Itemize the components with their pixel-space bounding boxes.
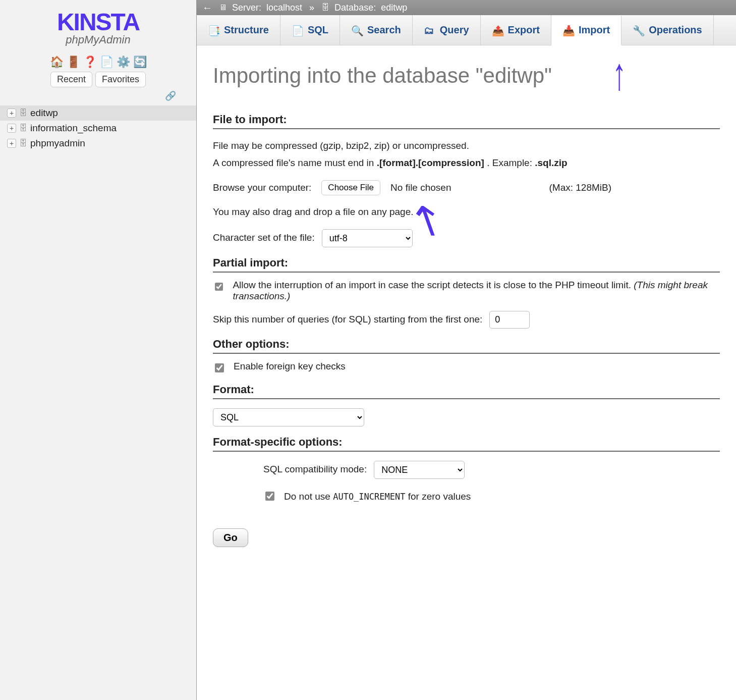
help-icon[interactable]: ❓ (83, 56, 97, 69)
server-value[interactable]: localhost (266, 3, 302, 13)
nav-tabs: Recent Favorites (0, 72, 196, 87)
compat-select[interactable]: NONE (374, 461, 465, 479)
tab-search[interactable]: 🔍 Search (340, 15, 413, 45)
tab-import[interactable]: 📥 Import (551, 16, 621, 45)
file-import-description: File may be compressed (gzip, bzip2, zip… (213, 138, 720, 171)
fk-row: Enable foreign key checks (213, 361, 720, 374)
tabs-bar: 📑 Structure 📄 SQL 🔍 Search 🗂 Query 📤 Exp… (197, 15, 736, 45)
doc-icon[interactable]: 📄 (100, 56, 114, 69)
text: . Example: (487, 157, 535, 168)
gear-icon[interactable]: ⚙️ (117, 56, 130, 69)
desc-line2: A compressed file's name must end in .[f… (213, 155, 720, 171)
server-label: Server: (232, 3, 261, 13)
allow-interrupt-checkbox[interactable] (215, 282, 223, 291)
desc-line1: File may be compressed (gzip, bzip2, zip… (213, 138, 720, 153)
favorites-button[interactable]: Favorites (95, 72, 146, 87)
tab-sql[interactable]: 📄 SQL (280, 15, 340, 45)
db-item-phpmyadmin[interactable]: + 🗄 phpmyadmin (0, 136, 196, 151)
fk-label: Enable foreign key checks (234, 361, 346, 372)
format-specific-block: SQL compatibility mode: NONE Do not use … (213, 461, 720, 504)
brand-subtitle: phpMyAdmin (0, 33, 196, 46)
expand-icon[interactable]: + (7, 124, 16, 133)
skip-input[interactable] (489, 311, 530, 329)
back-icon[interactable]: ← (201, 2, 214, 14)
format-pattern: .[format].[compression] (377, 157, 484, 168)
db-label: information_schema (30, 123, 117, 134)
import-icon: 📥 (562, 25, 574, 36)
charset-row: Character set of the file: utf-8 (213, 229, 720, 247)
tab-operations[interactable]: 🔧 Operations (621, 15, 714, 45)
breadcrumb: ← 🖥 Server: localhost » 🗄 Database: edit… (197, 0, 736, 15)
tab-structure[interactable]: 📑 Structure (197, 15, 280, 45)
auto-inc-row: Do not use AUTO_INCREMENT for zero value… (263, 489, 720, 504)
charset-select[interactable]: utf-8 (322, 229, 413, 247)
db-item-information-schema[interactable]: + 🗄 information_schema (0, 121, 196, 136)
content: ↑ ↖ ← Importing into the database "editw… (197, 45, 736, 567)
nav-icon-row: 🏠 🚪 ❓ 📄 ⚙️ 🔄 (0, 56, 196, 69)
browse-row: Browse your computer: Choose File No fil… (213, 180, 720, 195)
section-other-options: Other options: (213, 338, 720, 354)
max-size: (Max: 128MiB) (549, 180, 611, 195)
code-text: AUTO_INCREMENT (333, 492, 405, 502)
tab-label: Export (508, 24, 540, 36)
export-icon: 📤 (492, 25, 503, 36)
choose-file-button[interactable]: Choose File (321, 180, 380, 195)
section-file-to-import: File to import: (213, 113, 720, 129)
format-select[interactable]: SQL (213, 408, 364, 426)
breadcrumb-sep: » (309, 3, 314, 13)
tab-label: Operations (649, 24, 702, 36)
exit-icon[interactable]: 🚪 (67, 56, 80, 69)
section-format-specific: Format-specific options: (213, 436, 720, 452)
browse-label: Browse your computer: (213, 180, 311, 195)
allow-interrupt-label: Allow the interruption of an import in c… (233, 280, 720, 302)
query-icon: 🗂 (424, 25, 435, 36)
no-file-text: No file chosen (390, 180, 451, 195)
tab-label: SQL (308, 24, 328, 36)
reload-icon[interactable]: 🔄 (133, 56, 147, 69)
text: A compressed file's name must end in (213, 157, 377, 168)
db-label: Database: (334, 3, 376, 13)
text: Do not use (284, 491, 333, 502)
section-partial-import: Partial import: (213, 256, 720, 273)
page-title: Importing into the database "editwp" (213, 64, 720, 88)
text: for zero values (408, 491, 471, 502)
go-button[interactable]: Go (213, 528, 248, 547)
database-icon: 🗄 (19, 109, 27, 118)
db-value[interactable]: editwp (381, 3, 407, 13)
section-format: Format: (213, 383, 720, 399)
db-item-editwp[interactable]: + 🗄 editwp (0, 105, 196, 121)
compat-row: SQL compatibility mode: NONE (263, 461, 720, 479)
skip-label: Skip this number of queries (for SQL) st… (213, 312, 482, 327)
format-row: SQL (213, 408, 720, 426)
database-tree: + 🗄 editwp + 🗄 information_schema + 🗄 ph… (0, 105, 196, 151)
tab-label: Structure (224, 24, 269, 36)
sidebar: KINSTA phpMyAdmin 🏠 🚪 ❓ 📄 ⚙️ 🔄 Recent Fa… (0, 0, 197, 700)
compat-label: SQL compatibility mode: (263, 462, 367, 477)
expand-icon[interactable]: + (7, 139, 16, 148)
logo-block: KINSTA phpMyAdmin (0, 10, 196, 46)
home-icon[interactable]: 🏠 (50, 56, 64, 69)
recent-button[interactable]: Recent (50, 72, 92, 87)
charset-label: Character set of the file: (213, 230, 315, 245)
db-label: editwp (30, 107, 58, 119)
database-icon: 🗄 (321, 3, 329, 12)
tab-query[interactable]: 🗂 Query (413, 15, 481, 45)
drag-drop-hint: You may also drag and drop a file on any… (213, 204, 720, 220)
tab-label: Search (367, 24, 401, 36)
auto-inc-label: Do not use AUTO_INCREMENT for zero value… (284, 489, 471, 504)
expand-icon[interactable]: + (7, 109, 16, 118)
search-icon: 🔍 (351, 25, 362, 36)
allow-interrupt-row: Allow the interruption of an import in c… (213, 280, 720, 302)
db-label: phpmyadmin (30, 138, 85, 149)
fk-checkbox[interactable] (215, 363, 224, 372)
main: ← 🖥 Server: localhost » 🗄 Database: edit… (197, 0, 736, 700)
brand-logo: KINSTA (0, 10, 196, 34)
link-icon[interactable]: 🔗 (0, 90, 196, 101)
tab-label: Query (440, 24, 469, 36)
format-example: .sql.zip (535, 157, 567, 168)
database-icon: 🗄 (19, 139, 27, 148)
server-icon: 🖥 (219, 3, 227, 12)
skip-queries-row: Skip this number of queries (for SQL) st… (213, 311, 720, 329)
tab-export[interactable]: 📤 Export (481, 15, 551, 45)
auto-inc-checkbox[interactable] (265, 492, 274, 501)
